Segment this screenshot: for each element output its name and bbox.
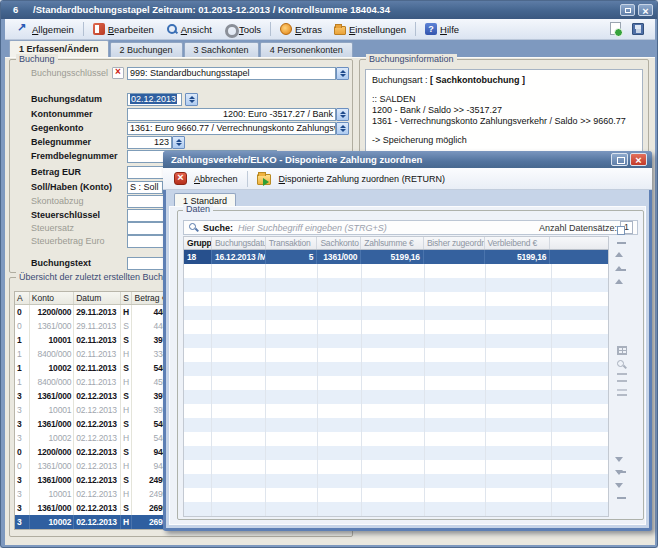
table-row[interactable]: 3 10001 02.12.2013 H 397 xyxy=(15,403,169,417)
table-row[interactable]: 3 1361/000 02.12.2013 S 2499 xyxy=(15,473,169,487)
zoom-icon[interactable] xyxy=(616,359,627,370)
scroll-bottom-icon[interactable] xyxy=(615,488,628,499)
table-row[interactable]: 0 1200/000 29.11.2013 H 446 xyxy=(15,305,169,319)
menu-item-tools[interactable]: Tools xyxy=(218,21,267,38)
clear-button[interactable] xyxy=(112,67,124,79)
restore-button[interactable] xyxy=(620,4,635,16)
buchungsschluessel-field[interactable]: 999: Standardbuchungsstapel xyxy=(127,67,336,80)
table-row[interactable]: 1 10001 02.11.2013 S 397 xyxy=(15,333,169,347)
menu-item-extras[interactable]: Extras xyxy=(274,21,328,38)
search-bar[interactable]: Suche: Hier Suchbegriff eingeben (STRG+S… xyxy=(183,220,638,235)
table-row[interactable]: 1 8400/000 02.11.2013 H 459 xyxy=(15,375,169,389)
dialog-titlebar[interactable]: Zahlungsverkehr/ELKO - Disponierte Zahlu… xyxy=(163,151,652,168)
sollhaben-field[interactable]: S : Soll xyxy=(127,181,163,194)
empty-row[interactable] xyxy=(184,306,608,320)
empty-row[interactable] xyxy=(184,502,608,516)
empty-row[interactable] xyxy=(184,474,608,488)
col-s[interactable]: S xyxy=(121,292,133,304)
payment-row-selected[interactable]: 18 16.12.2013 /Mo 5 1361/000 5199,16 519… xyxy=(183,250,609,264)
col-datum[interactable]: Datum xyxy=(74,292,120,304)
table-row[interactable]: 0 1361/000 29.11.2013 S 446 xyxy=(15,319,169,333)
tab-sachkonten[interactable]: 3 Sachkonten xyxy=(184,42,259,57)
empty-row[interactable] xyxy=(184,264,608,278)
col-bisher-zugeordnet[interactable]: Bisher zugeordnet xyxy=(424,237,485,249)
table-row[interactable]: 3 10002 02.12.2013 H 2699 xyxy=(15,515,169,529)
empty-row[interactable] xyxy=(184,376,608,390)
cancel-button[interactable]: Abbrechen xyxy=(169,170,243,188)
grid-icon[interactable] xyxy=(617,346,627,355)
scroll-top-icon[interactable] xyxy=(615,242,628,253)
empty-row[interactable] xyxy=(184,292,608,306)
dialog-close-button[interactable] xyxy=(630,153,647,166)
empty-cell xyxy=(425,474,486,488)
col-buchungsdatum[interactable]: Buchungsdatum xyxy=(212,237,266,249)
empty-row[interactable] xyxy=(184,432,608,446)
main-tabstrip: 1 Erfassen/Ändern 2 Buchungen 3 Sachkont… xyxy=(5,40,655,57)
buchungsdatum-field[interactable]: 02.12.2013 xyxy=(127,93,182,106)
empty-cell xyxy=(486,446,552,460)
table-row[interactable]: 1 10002 02.11.2013 S 546 xyxy=(15,361,169,375)
new-document-button[interactable] xyxy=(610,22,621,35)
menu-item-hilfe[interactable]: Hilfe xyxy=(419,21,465,38)
empty-row[interactable] xyxy=(184,348,608,362)
col-gruppe[interactable]: Gruppe xyxy=(184,237,212,249)
empty-cell xyxy=(266,334,318,348)
buchungsschluessel-spinner[interactable] xyxy=(336,67,349,80)
table-row[interactable]: 3 10002 02.12.2013 H 546 xyxy=(15,431,169,445)
kontonummer-field[interactable]: 1200: Euro -3517.27 / Bank xyxy=(127,108,336,121)
col-sachkonto[interactable]: Sachkonto xyxy=(317,237,361,249)
assign-payment-button[interactable]: Disponierte Zahlung zuordnen (RETURN) xyxy=(252,170,451,188)
table-row[interactable]: 3 1361/000 02.12.2013 S 546 xyxy=(15,417,169,431)
menu-item-einstellungen[interactable]: Einstellungen xyxy=(328,21,412,38)
copy-icon[interactable] xyxy=(617,226,625,235)
table-row[interactable]: 3 10001 02.12.2013 H 2499 xyxy=(15,487,169,501)
col-verbleibend[interactable]: Verbleibend € xyxy=(485,237,551,249)
col-a[interactable]: A xyxy=(15,292,30,304)
empty-row[interactable] xyxy=(184,278,608,292)
uebersicht-table: A Konto Datum S Betrag € 0 1200/000 29.1… xyxy=(14,291,170,530)
cell-konto: 8400/000 xyxy=(30,347,74,361)
empty-row[interactable] xyxy=(184,390,608,404)
belegnummer-field[interactable]: 123 xyxy=(127,136,172,149)
empty-row[interactable] xyxy=(184,446,608,460)
save-button[interactable] xyxy=(632,23,644,35)
empty-row[interactable] xyxy=(184,404,608,418)
empty-cell xyxy=(266,432,318,446)
close-button[interactable] xyxy=(638,4,653,16)
table-side-toolbar xyxy=(615,220,629,512)
empty-row[interactable] xyxy=(184,488,608,502)
empty-row[interactable] xyxy=(184,362,608,376)
dialog-restore-button[interactable] xyxy=(611,153,628,166)
gegenkonto-spinner[interactable] xyxy=(336,122,349,135)
table-row[interactable]: 3 1361/000 02.12.2013 S 2699 xyxy=(15,501,169,515)
cell-datum: 02.12.2013 xyxy=(74,515,120,529)
table-row[interactable]: 1 8400/000 02.11.2013 H 334 xyxy=(15,347,169,361)
col-transaktion[interactable]: Transaktion xyxy=(266,237,318,249)
empty-row[interactable] xyxy=(184,418,608,432)
gegenkonto-field[interactable]: 1361: Euro 9660.77 / Verrechnungskonto Z… xyxy=(127,122,336,135)
empty-cell xyxy=(212,404,266,418)
menu-item-bearbeiten[interactable]: Bearbeiten xyxy=(87,21,160,38)
pages-icon[interactable] xyxy=(617,387,627,396)
window-titlebar[interactable]: 6 /Standardbuchungsstapel Zeitraum: 01.2… xyxy=(1,1,658,19)
records-icon[interactable] xyxy=(617,373,627,382)
table-row[interactable]: 3 1361/000 02.12.2013 S 397 xyxy=(15,389,169,403)
buchungsdatum-spinner[interactable] xyxy=(185,93,198,106)
col-zahlsumme[interactable]: Zahlsumme € xyxy=(361,237,424,249)
col-konto[interactable]: Konto xyxy=(30,292,74,304)
tab-personenkonten[interactable]: 4 Personenkonten xyxy=(260,42,353,57)
page-up-icon[interactable] xyxy=(615,269,628,280)
belegnummer-spinner[interactable] xyxy=(172,136,185,149)
kontonummer-spinner[interactable] xyxy=(336,108,349,121)
tab-buchungen[interactable]: 2 Buchungen xyxy=(110,42,183,57)
empty-row[interactable] xyxy=(184,460,608,474)
menu-item-ansicht[interactable]: Ansicht xyxy=(160,21,218,38)
cell-konto: 1361/000 xyxy=(30,417,74,431)
cell-s: H xyxy=(121,347,133,361)
empty-row[interactable] xyxy=(184,334,608,348)
menu-item-allgemein[interactable]: Allgemein xyxy=(11,21,80,38)
table-row[interactable]: 0 1200/000 02.12.2013 S 944 xyxy=(15,445,169,459)
scroll-up-icon[interactable] xyxy=(615,256,628,267)
table-row[interactable]: 0 1361/000 02.12.2013 H 944 xyxy=(15,459,169,473)
empty-row[interactable] xyxy=(184,320,608,334)
